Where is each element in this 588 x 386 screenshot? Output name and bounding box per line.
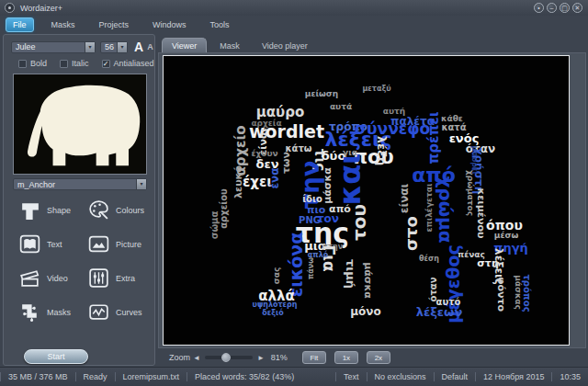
puzzle-icon [18, 301, 41, 324]
font-size-dropdown-icon[interactable]: ▾ [117, 42, 127, 52]
cloud-word: αυτά [330, 103, 352, 111]
font-row: Julee ▾ 56 ▾ A A [11, 40, 153, 54]
minimize-button[interactable]: – [547, 3, 557, 13]
cloud-word: τρόπος [522, 274, 531, 312]
zoom-slider-thumb[interactable] [221, 353, 231, 362]
tool-button-colours[interactable]: Colours [80, 197, 149, 223]
zoom-slider[interactable] [205, 356, 253, 359]
cloud-word: χρώματος [466, 170, 474, 216]
window-title: Wordaizer+ [20, 4, 62, 13]
font-family-select[interactable]: Julee ▾ [11, 41, 96, 53]
cloud-word: σώμα [210, 211, 220, 240]
checkbox-bold[interactable]: Bold [18, 59, 47, 68]
mask-select[interactable]: m_Anchor ▾ [13, 178, 147, 190]
tool-label: Shape [47, 206, 71, 215]
cloud-word: μείωση [305, 90, 338, 98]
font-size-select[interactable]: 56 ▾ [100, 41, 128, 53]
menu-item-masks[interactable]: Masks [45, 18, 82, 31]
cloud-word: είναι [399, 184, 410, 213]
checkbox-antialiased[interactable]: ✓Antialiased [102, 59, 154, 68]
viewer-panel: μεταξύμείωσημαύροwordletαυτάαυτήτρόποσύν… [158, 52, 586, 348]
menu-item-tools[interactable]: Tools [204, 18, 236, 31]
cloud-word: πρέπει [427, 111, 441, 164]
font-size-value: 56 [105, 42, 114, 51]
zoom-button-fit[interactable]: Fit [302, 351, 326, 364]
close-button[interactable]: ✕ [572, 3, 582, 13]
zoom-out-arrow-icon[interactable]: ◄ [193, 354, 200, 362]
zoom-button-2x[interactable]: 2x [367, 351, 390, 364]
menu-item-windows[interactable]: Windows [146, 18, 193, 31]
tool-button-text[interactable]: Text [11, 231, 80, 257]
tab-mask[interactable]: Mask [210, 39, 249, 52]
wordaizer-window: Wordaizer+ •–▢✕ FileMasksProjectsWindows… [0, 0, 588, 386]
cloud-word: χρώμα [436, 176, 455, 243]
font-family-value: Julee [16, 42, 36, 51]
status-item: 10:35 [551, 372, 588, 381]
font-style-checkboxes: BoldItalic✓Antialiased [18, 59, 154, 68]
cloud-word: αρχεία [251, 119, 281, 128]
tool-button-video[interactable]: Video [11, 265, 80, 291]
status-item: Text [335, 372, 367, 381]
zoom-button-1x[interactable]: 1x [334, 351, 358, 364]
wordcloud-canvas[interactable]: μεταξύμείωσημαύροwordletαυτάαυτήτρόποσύν… [163, 55, 570, 346]
cloud-word: στο [403, 216, 420, 251]
tool-button-curves[interactable]: Curves [80, 299, 149, 325]
cloud-word: σας [273, 267, 281, 285]
cloud-word: επιλέγεται [425, 184, 434, 233]
cloud-word: μάσκας [514, 275, 522, 310]
cloud-word: δεξιό [262, 310, 283, 317]
cloud-word: λέξη [376, 136, 388, 165]
zoom-in-arrow-icon[interactable]: ► [257, 354, 265, 362]
tool-button-extra[interactable]: Extra [80, 265, 149, 291]
tool-label: Extra [116, 274, 135, 283]
cloud-word: μάσκα [363, 262, 373, 299]
tool-buttons: ShapeColoursTextPictureVideoExtraMasksCu… [11, 197, 149, 325]
settings-panel: Julee ▾ 56 ▾ A A BoldItalic✓Antialiased … [3, 34, 155, 366]
cloud-word: απλό [308, 252, 328, 259]
cloud-word: πάνω [308, 257, 315, 279]
clapperboard-icon [18, 267, 41, 290]
window-controls: •–▢✕ [534, 3, 588, 13]
font-family-dropdown-icon[interactable]: ▾ [85, 42, 95, 52]
cloud-word: αρχείου [220, 188, 229, 229]
menu-bar: FileMasksProjectsWindowsTools [0, 16, 588, 33]
cloud-word: και [335, 153, 365, 205]
status-item: No exclusions [367, 372, 434, 381]
tab-video-player[interactable]: Video player [253, 39, 317, 52]
tool-label: Video [47, 274, 68, 283]
tool-label: Curves [116, 308, 142, 317]
app-icon[interactable] [5, 3, 15, 13]
tool-button-masks[interactable]: Masks [11, 299, 80, 325]
cloud-word: φόντο [496, 277, 506, 312]
status-item: Placed words: 35/82 (43%) [187, 372, 301, 381]
status-bar: 35 MB / 376 MBReadyLoremipsum.txtPlaced … [0, 367, 588, 386]
mask-preview[interactable] [13, 74, 147, 175]
mask-name-value: m_Anchor [17, 180, 55, 189]
status-item: Loremipsum.txt [115, 372, 187, 381]
cloud-word: λέξεων [416, 306, 463, 318]
curves-icon [87, 301, 110, 324]
cloud-word: λευκό [233, 165, 243, 199]
menu-item-file[interactable]: File [6, 17, 34, 32]
viewer-tabs: ViewerMaskVideo player [162, 38, 317, 52]
tool-label: Picture [116, 240, 141, 249]
cloud-word: μέσω [494, 232, 518, 240]
tool-button-shape[interactable]: Shape [11, 197, 80, 223]
menu-item-projects[interactable]: Projects [93, 18, 136, 31]
tool-label: Text [47, 240, 62, 249]
book-icon [18, 233, 41, 255]
mask-dropdown-icon[interactable]: ▾ [136, 179, 146, 189]
palette-icon [87, 199, 110, 221]
decrease-font-button[interactable]: A [147, 42, 153, 51]
increase-font-button[interactable]: A [134, 40, 143, 54]
checkbox-italic[interactable]: Italic [60, 59, 89, 68]
cloud-word: υψηλότερη [253, 301, 298, 309]
sliders-icon [87, 267, 110, 290]
maximize-button[interactable]: ▢ [560, 3, 570, 13]
tab-viewer[interactable]: Viewer [162, 38, 207, 52]
tool-label: Colours [116, 206, 144, 215]
tool-button-picture[interactable]: Picture [80, 231, 149, 257]
start-button[interactable]: Start [24, 349, 88, 364]
shade-button[interactable]: • [534, 3, 544, 13]
checkbox-box-icon: ✓ [102, 60, 110, 68]
